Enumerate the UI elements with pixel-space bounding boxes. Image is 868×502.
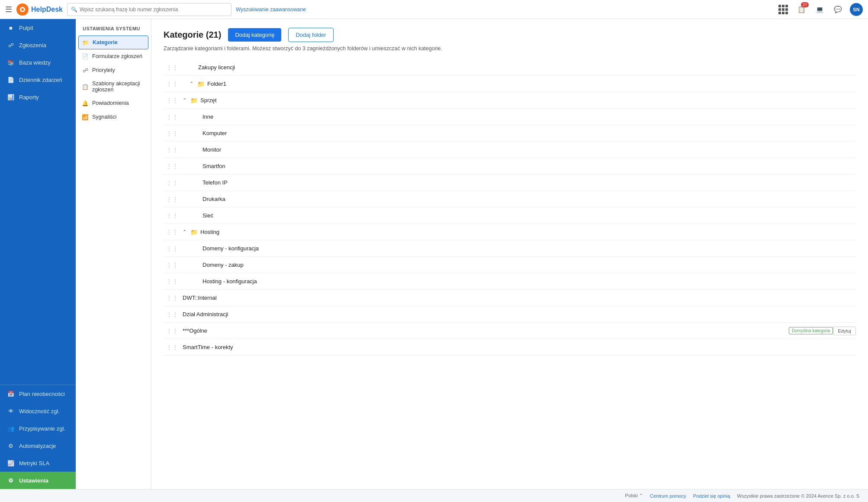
avatar[interactable]: SN: [850, 3, 863, 16]
sidebar-item-ustawienia[interactable]: ⚙ Ustawienia: [0, 472, 76, 489]
sidebar-item-metryki-sla[interactable]: 📈 Metryki SLA: [0, 454, 76, 472]
table-row: ⋮⋮ Sieć: [164, 207, 856, 224]
sidebar-item-zgloszenia[interactable]: ☍ Zgłoszenia: [0, 36, 76, 54]
auto-icon: ⚙: [7, 442, 15, 450]
form-icon: 📄: [82, 53, 89, 60]
sidebar-item-label: Dziennik zdarzeń: [19, 77, 62, 83]
app-name: HelpDesk: [31, 6, 63, 13]
table-row: ⋮⋮ ⌃ 📁 Hosting: [164, 224, 856, 240]
drag-handle[interactable]: ⋮⋮: [164, 295, 181, 301]
page-header: Kategorie (21) Dodaj kategorię Dodaj fol…: [164, 28, 856, 42]
drag-handle[interactable]: ⋮⋮: [164, 327, 181, 334]
drag-handle[interactable]: ⋮⋮: [164, 344, 181, 351]
drag-handle[interactable]: ⋮⋮: [164, 262, 181, 269]
grid-icon[interactable]: [777, 3, 789, 16]
drag-handle[interactable]: ⋮⋮: [164, 179, 181, 186]
sidebar-item-automatyzacje[interactable]: ⚙ Automatyzacje: [0, 437, 76, 454]
expand-icon[interactable]: ⌃: [190, 81, 197, 87]
default-category-badge: Domyślna kategoria: [789, 327, 833, 334]
expand-icon[interactable]: ⌃: [183, 97, 190, 103]
sidebar-item-label: Widoczność zgl.: [19, 408, 60, 415]
ss-item-szablony[interactable]: 📋 Szablony akceptacji zgłoszeń: [76, 77, 151, 96]
folder-icon: 📁: [197, 81, 205, 87]
drag-handle[interactable]: ⋮⋮: [164, 97, 181, 104]
drag-handle[interactable]: ⋮⋮: [164, 130, 181, 137]
table-row: ⋮⋮ Zakupy licencji: [164, 59, 856, 76]
ss-item-powiadomienia[interactable]: 🔔 Powiadomienia: [76, 96, 151, 110]
ss-item-label: Sygnaliści: [92, 114, 116, 120]
notifications-icon[interactable]: 📋 27: [795, 3, 807, 16]
footer: Polski ⌃ Centrum pomocy Podziel się opin…: [0, 489, 868, 502]
table-row: ⋮⋮ Dział Administracji: [164, 306, 856, 323]
category-label: Domeny - konfiguracja: [203, 245, 856, 252]
category-label: ***Ogólne: [183, 327, 785, 334]
table-row: ⋮⋮ ⌃ 📁 Folder1: [164, 76, 856, 92]
sidebar-item-plan-nieobecnosci[interactable]: 📅 Plan nieobecności: [0, 385, 76, 402]
menu-icon[interactable]: ☰: [5, 5, 12, 14]
add-category-button[interactable]: Dodaj kategorię: [228, 28, 281, 42]
drag-handle[interactable]: ⋮⋮: [164, 278, 181, 285]
sidebar-item-raporty[interactable]: 📊 Raporty: [0, 88, 76, 106]
calendar-icon: 📅: [7, 390, 15, 398]
drag-handle[interactable]: ⋮⋮: [164, 64, 181, 71]
sidebar-item-baza-wiedzy[interactable]: 📚 Baza wiedzy: [0, 54, 76, 71]
chat-icon[interactable]: 💬: [832, 3, 844, 16]
drag-handle[interactable]: ⋮⋮: [164, 245, 181, 252]
sidebar-item-label: Metryki SLA: [19, 460, 49, 466]
add-folder-button[interactable]: Dodaj folder: [288, 28, 333, 42]
drag-handle[interactable]: ⋮⋮: [164, 196, 181, 203]
signal-icon: 📶: [82, 113, 89, 120]
category-label: Sprzęt: [200, 97, 856, 104]
footer-share[interactable]: Podziel się opinią: [693, 493, 730, 499]
ss-item-formularze[interactable]: 📄 Formularze zgłoszeń: [76, 49, 151, 63]
footer-language[interactable]: Polski ⌃: [625, 493, 643, 499]
edit-button[interactable]: Edytuj: [833, 327, 856, 335]
table-row: ⋮⋮ ⌃ 📁 Sprzęt: [164, 92, 856, 109]
folder-icon: 📁: [190, 229, 198, 236]
page-description: Zarządzanie kategoriami i folderami. Moż…: [164, 45, 856, 52]
category-label: Sieć: [203, 212, 856, 219]
sidebar-item-widocznosc-zgl[interactable]: 👁 Widoczność zgl.: [0, 402, 76, 420]
ss-item-label: Kategorie: [93, 39, 118, 45]
category-list: ⋮⋮ Zakupy licencji ⋮⋮ ⌃ 📁 Folder1 ⋮⋮ ⌃ 📁…: [164, 59, 856, 356]
sidebar-item-przypisywanie-zgl[interactable]: 👥 Przypisywanie zgl.: [0, 420, 76, 437]
folder-icon: 📁: [190, 97, 198, 104]
topbar-right: 📋 27 💻 💬 SN: [777, 3, 863, 16]
table-row: ⋮⋮ Domeny - zakup: [164, 257, 856, 273]
notification-badge: 27: [801, 2, 809, 7]
ss-item-label: Szablony akceptacji zgłoszeń: [92, 81, 145, 93]
sidebar-item-label: Zgłoszenia: [19, 42, 46, 49]
logo-circle: [16, 3, 29, 16]
sidebar-item-dziennik-zdarzen[interactable]: 📄 Dziennik zdarzeń: [0, 71, 76, 88]
table-row: ⋮⋮ Domeny - konfiguracja: [164, 240, 856, 257]
category-label: Folder1: [207, 81, 856, 87]
ss-item-priorytety[interactable]: ☍ Priorytety: [76, 63, 151, 77]
sidebar-item-label: Pulpit: [19, 25, 33, 31]
drag-handle[interactable]: ⋮⋮: [164, 229, 181, 236]
assign-icon: 👥: [7, 424, 15, 432]
app-logo: HelpDesk: [16, 3, 63, 16]
search-bar[interactable]: 🔍: [67, 3, 231, 16]
drag-handle[interactable]: ⋮⋮: [164, 212, 181, 219]
settings-title: USTAWIENIA SYSTEMU: [76, 24, 151, 36]
eye-icon: 👁: [7, 407, 15, 415]
ss-item-sygnalisci[interactable]: 📶 Sygnaliści: [76, 110, 151, 124]
advanced-search-link[interactable]: Wyszukiwanie zaawansowane: [236, 6, 306, 13]
drag-handle[interactable]: ⋮⋮: [164, 311, 181, 318]
category-label: Monitor: [203, 146, 856, 153]
ss-item-kategorie[interactable]: 📁 Kategorie: [78, 36, 148, 49]
category-label: Smartfon: [203, 163, 856, 169]
footer-copyright: Wszystkie prawa zastrzeżone © 2024 Axenc…: [737, 493, 859, 499]
search-input[interactable]: [80, 6, 228, 13]
table-row: ⋮⋮ SmartTime - korekty: [164, 339, 856, 356]
drag-handle[interactable]: ⋮⋮: [164, 163, 181, 170]
gear-icon: ⚙: [7, 476, 15, 484]
monitor-icon[interactable]: 💻: [813, 3, 826, 16]
drag-handle[interactable]: ⋮⋮: [164, 81, 181, 87]
footer-help-center[interactable]: Centrum pomocy: [650, 493, 686, 499]
sidebar-bottom: 📅 Plan nieobecności 👁 Widoczność zgl. 👥 …: [0, 385, 76, 489]
sidebar-item-pulpit[interactable]: ■ Pulpit: [0, 19, 76, 36]
drag-handle[interactable]: ⋮⋮: [164, 113, 181, 120]
drag-handle[interactable]: ⋮⋮: [164, 146, 181, 153]
expand-icon[interactable]: ⌃: [183, 229, 190, 235]
